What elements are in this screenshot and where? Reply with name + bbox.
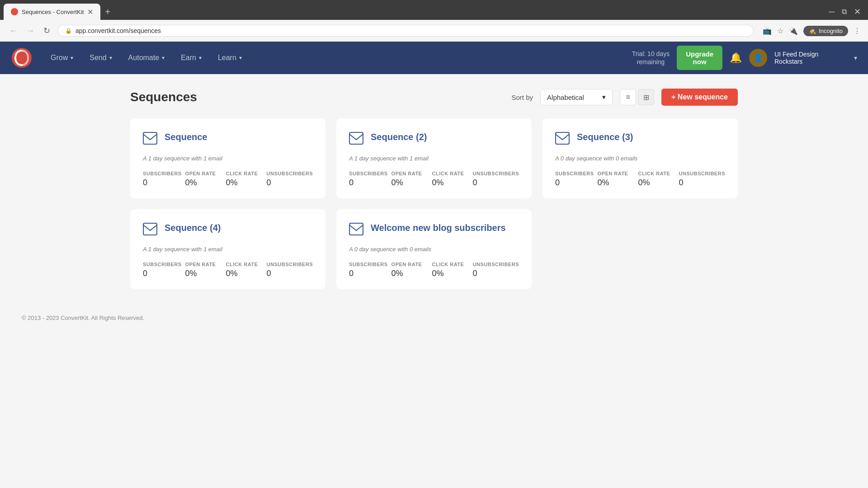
stat-unsubscribers: UNSUBSCRIBERS 0 <box>473 262 519 278</box>
tab-title: Sequences - ConvertKit <box>22 9 84 15</box>
sequence-stats: SUBSCRIBERS 0 OPEN RATE 0% CLICK RATE 0%… <box>349 171 519 188</box>
stat-click-rate-value: 0% <box>638 178 675 188</box>
nav-right: Trial: 10 daysremaining Upgradenow 🔔 👤 U… <box>632 46 857 70</box>
stat-subscribers-value: 0 <box>143 269 182 278</box>
sequence-description: A 0 day sequence with 0 emails <box>349 246 519 253</box>
footer: © 2013 - 2023 ConvertKit. All Rights Res… <box>0 304 868 332</box>
sequence-card-header: Sequence (2) <box>349 131 519 148</box>
incognito-button[interactable]: 🕵 Incognito <box>803 26 848 36</box>
sequence-description: A 1 day sequence with 1 email <box>143 246 313 253</box>
lock-icon: 🔒 <box>65 28 72 34</box>
window-close[interactable]: ✕ <box>854 7 861 17</box>
tab-favicon <box>11 8 18 15</box>
cast-icon[interactable]: 📺 <box>763 27 772 35</box>
star-icon[interactable]: ☆ <box>777 27 783 35</box>
stat-subscribers: SUBSCRIBERS 0 <box>143 171 182 188</box>
nav-label-learn: Learn <box>218 54 236 62</box>
extensions-icon[interactable]: 🔌 <box>789 27 798 35</box>
stat-click-rate: CLICK RATE 0% <box>226 171 263 188</box>
stat-unsubscribers-label: UNSUBSCRIBERS <box>473 171 519 176</box>
sequence-card-header: Sequence (4) <box>143 222 313 239</box>
menu-button[interactable]: ⋮ <box>854 27 861 35</box>
grid-icon: ⊞ <box>643 93 649 102</box>
grid-view-button[interactable]: ⊞ <box>638 89 654 105</box>
main-content: Sequences Sort by Alphabetical ▾ ≡ ⊞ + N… <box>108 74 760 304</box>
nav-label-automate: Automate <box>128 54 159 62</box>
new-sequence-label: + New sequence <box>671 93 728 101</box>
svg-rect-3 <box>556 132 569 144</box>
sequence-card[interactable]: Sequence A 1 day sequence with 1 email S… <box>130 118 326 198</box>
chevron-down-icon: ▾ <box>199 55 202 61</box>
stat-open-rate: OPEN RATE 0% <box>185 262 222 278</box>
stat-click-rate-label: CLICK RATE <box>226 171 263 176</box>
refresh-button[interactable]: ↻ <box>42 24 52 38</box>
nav-item-earn[interactable]: Earn ▾ <box>174 50 209 66</box>
sequence-card[interactable]: Sequence (3) A 0 day sequence with 0 ema… <box>542 118 738 198</box>
sequence-card[interactable]: Sequence (2) A 1 day sequence with 1 ema… <box>336 118 532 198</box>
sort-dropdown[interactable]: Alphabetical ▾ <box>540 89 613 105</box>
stat-subscribers-label: SUBSCRIBERS <box>143 262 182 267</box>
convertkit-logo[interactable] <box>11 47 33 69</box>
stat-click-rate: CLICK RATE 0% <box>432 171 469 188</box>
tab-close-button[interactable]: ✕ <box>87 8 93 16</box>
stat-subscribers-label: SUBSCRIBERS <box>349 262 388 267</box>
sequence-description: A 0 day sequence with 0 emails <box>555 155 725 162</box>
stat-unsubscribers: UNSUBSCRIBERS 0 <box>267 171 313 188</box>
list-icon: ≡ <box>626 93 630 101</box>
address-input[interactable]: 🔒 app.convertkit.com/sequences <box>57 25 754 37</box>
sort-value: Alphabetical <box>547 94 584 101</box>
sequence-card[interactable]: Sequence (4) A 1 day sequence with 1 ema… <box>130 209 326 289</box>
window-restore[interactable]: ⧉ <box>842 8 847 16</box>
sequence-stats: SUBSCRIBERS 0 OPEN RATE 0% CLICK RATE 0%… <box>349 262 519 278</box>
nav-item-send[interactable]: Send ▾ <box>82 50 119 66</box>
stat-unsubscribers-label: UNSUBSCRIBERS <box>267 262 313 267</box>
sequence-name: Sequence (2) <box>371 131 427 143</box>
address-text: app.convertkit.com/sequences <box>75 27 161 34</box>
stat-click-rate-label: CLICK RATE <box>638 171 675 176</box>
new-sequence-button[interactable]: + New sequence <box>661 89 738 106</box>
trial-text: Trial: 10 daysremaining <box>632 50 670 66</box>
upgrade-button[interactable]: Upgradenow <box>677 46 722 70</box>
sequence-description: A 1 day sequence with 1 email <box>143 155 313 162</box>
nav-item-grow[interactable]: Grow ▾ <box>43 50 80 66</box>
stat-unsubscribers-value: 0 <box>267 269 313 278</box>
nav-item-learn[interactable]: Learn ▾ <box>211 50 249 66</box>
list-view-button[interactable]: ≡ <box>620 89 636 105</box>
stat-unsubscribers-value: 0 <box>267 178 313 188</box>
sequence-name: Sequence <box>165 131 207 143</box>
sequence-stats: SUBSCRIBERS 0 OPEN RATE 0% CLICK RATE 0%… <box>143 262 313 278</box>
stat-unsubscribers-label: UNSUBSCRIBERS <box>679 171 725 176</box>
stat-unsubscribers-value: 0 <box>473 269 519 278</box>
stat-subscribers-value: 0 <box>349 178 388 188</box>
stat-click-rate: CLICK RATE 0% <box>638 171 675 188</box>
stat-open-rate-value: 0% <box>185 178 222 188</box>
browser-tab[interactable]: Sequences - ConvertKit ✕ <box>4 4 100 20</box>
forward-button[interactable]: → <box>24 24 36 38</box>
user-menu-chevron[interactable]: ▾ <box>854 54 857 61</box>
nav-label-grow: Grow <box>51 54 68 62</box>
back-button[interactable]: ← <box>7 24 19 38</box>
nav-items: Grow ▾ Send ▾ Automate ▾ Earn ▾ Learn ▾ <box>43 50 632 66</box>
stat-click-rate-value: 0% <box>432 178 469 188</box>
stat-unsubscribers: UNSUBSCRIBERS 0 <box>473 171 519 188</box>
avatar-icon: 👤 <box>753 53 763 63</box>
stat-subscribers: SUBSCRIBERS 0 <box>143 262 182 278</box>
stat-open-rate-label: OPEN RATE <box>392 171 429 176</box>
sequence-card-header: Welcome new blog subscribers <box>349 222 519 239</box>
sequence-email-icon <box>349 132 363 148</box>
stat-open-rate-label: OPEN RATE <box>392 262 429 267</box>
stat-open-rate: OPEN RATE 0% <box>392 262 429 278</box>
stat-subscribers: SUBSCRIBERS 0 <box>555 171 594 188</box>
user-avatar[interactable]: 👤 <box>749 49 767 67</box>
browser-chrome: Sequences - ConvertKit ✕ + ─ ⧉ ✕ ← → ↻ 🔒… <box>0 0 868 42</box>
window-minimize[interactable]: ─ <box>829 7 835 17</box>
sequence-name: Welcome new blog subscribers <box>371 222 506 234</box>
notification-bell-icon[interactable]: 🔔 <box>730 52 742 64</box>
stat-unsubscribers-label: UNSUBSCRIBERS <box>267 171 313 176</box>
svg-rect-5 <box>349 223 363 235</box>
new-tab-button[interactable]: + <box>100 5 115 19</box>
sequence-stats: SUBSCRIBERS 0 OPEN RATE 0% CLICK RATE 0%… <box>555 171 725 188</box>
nav-item-automate[interactable]: Automate ▾ <box>121 50 172 66</box>
stat-subscribers: SUBSCRIBERS 0 <box>349 171 388 188</box>
sequence-card[interactable]: Welcome new blog subscribers A 0 day seq… <box>336 209 532 289</box>
